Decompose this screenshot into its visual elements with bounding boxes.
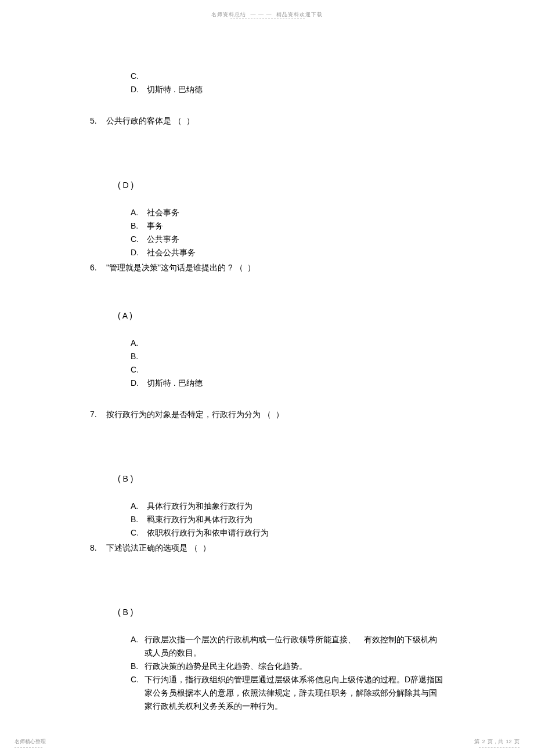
q7-option-c: C. 依职权行政行为和依申请行政行为: [131, 526, 444, 539]
question-6: 6. "管理就是决策"这句话是谁提出的 ? （ ）: [90, 261, 444, 274]
q5-option-a: A. 社会事务: [131, 206, 444, 219]
q7-option-b: B. 羁束行政行为和具体行政行为: [131, 513, 444, 526]
q6-option-c: C.: [131, 363, 444, 376]
q5-options: A. 社会事务 B. 事务 C. 公共事务 D. 社会公共事务: [131, 206, 444, 259]
q6-option-a: A.: [131, 337, 444, 349]
q7-option-a: A. 具体行政行为和抽象行政行为: [131, 500, 444, 512]
q8-options: A. 行政层次指一个层次的行政机构或一位行政领导所能直接、 有效控制的下级机构或…: [131, 633, 444, 713]
answer-6: ( A ): [118, 311, 444, 320]
answer-7: ( B ): [118, 474, 444, 483]
q7-options: A. 具体行政行为和抽象行政行为 B. 羁束行政行为和具体行政行为 C. 依职权…: [131, 500, 444, 539]
q6-options: A. B. C. D. 切斯特 . 巴纳德: [131, 337, 444, 389]
intro-options: C. D. 切斯特 . 巴纳德: [131, 70, 444, 96]
q5-option-d: D. 社会公共事务: [131, 246, 444, 259]
footer-right-underline: [479, 747, 519, 748]
option-d: D. 切斯特 . 巴纳德: [131, 83, 444, 96]
q8-option-b: B. 行政决策的趋势是民主化趋势、综合化趋势。: [131, 660, 444, 673]
footer-left-underline: [15, 747, 42, 748]
question-8: 8. 下述说法正确的选项是 （ ）: [90, 541, 444, 554]
header-left: 名师资料总结: [211, 12, 246, 17]
q8-option-c: C. 下行沟通，指行政组织的管理层通过层级体系将信息向上级传递的过程。D辞退指国…: [131, 673, 444, 713]
q5-option-c: C. 公共事务: [131, 233, 444, 245]
option-c-empty: C.: [131, 70, 444, 82]
question-5: 5. 公共行政的客体是 （ ）: [90, 114, 444, 127]
footer-right: 第 2 页，共 12 页: [474, 738, 519, 746]
q8-option-a: A. 行政层次指一个层次的行政机构或一位行政领导所能直接、 有效控制的下级机构或…: [131, 633, 444, 660]
question-7: 7. 按行政行为的对象是否特定，行政行为分为 （ ）: [90, 408, 444, 421]
q6-option-b: B.: [131, 350, 444, 363]
answer-5: ( D ): [118, 180, 444, 190]
main-content: C. D. 切斯特 . 巴纳德 5. 公共行政的客体是 （ ） ( D ) A.…: [90, 70, 444, 713]
answer-8: ( B ): [118, 607, 444, 617]
q5-option-b: B. 事务: [131, 219, 444, 232]
footer-left: 名师精心整理: [15, 738, 46, 746]
q6-option-d: D. 切斯特 . 巴纳德: [131, 377, 444, 389]
header-underline: [230, 18, 305, 19]
header-right: 精品资料欢迎下载: [276, 12, 323, 17]
header-separator: — — —: [250, 12, 272, 17]
